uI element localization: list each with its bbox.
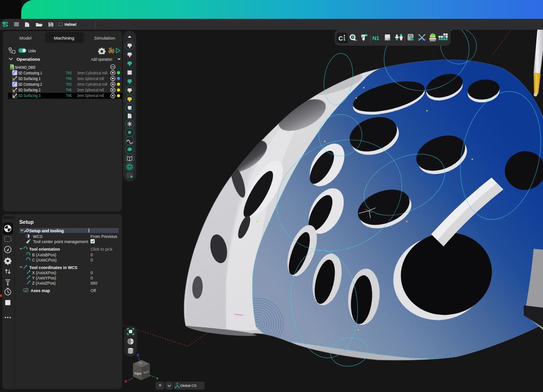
svg-text:3mm Cylindrical mill: 3mm Cylindrical mill bbox=[77, 71, 107, 75]
svg-text:T#6: T#6 bbox=[66, 93, 72, 98]
svg-text:T#3: T#3 bbox=[66, 82, 72, 87]
svg-text:C (AxisCPos): C (AxisCPos) bbox=[32, 258, 57, 262]
svg-text:5D Surfacing 2: 5D Surfacing 2 bbox=[18, 88, 41, 92]
svg-text:3mm Spherical mill: 3mm Spherical mill bbox=[77, 93, 104, 98]
svg-text:0: 0 bbox=[90, 253, 93, 257]
svg-text:0: 0 bbox=[90, 258, 93, 262]
svg-text:Y (AxisYPos): Y (AxisYPos) bbox=[32, 276, 56, 280]
svg-text:Helmet: Helmet bbox=[65, 22, 76, 27]
svg-text:0: 0 bbox=[90, 276, 93, 280]
svg-text:MAKINO_D800: MAKINO_D800 bbox=[15, 65, 35, 70]
svg-text:Z (AxisZPos): Z (AxisZPos) bbox=[32, 281, 56, 286]
svg-text:3mm Spherical mill: 3mm Spherical mill bbox=[77, 88, 104, 92]
svg-text:Tool center point management: Tool center point management bbox=[33, 239, 88, 244]
svg-text:T#3: T#3 bbox=[66, 71, 72, 75]
svg-text:T#6: T#6 bbox=[66, 76, 72, 81]
svg-text:680: 680 bbox=[90, 281, 98, 286]
svg-text:Tool coordinates in WCS: Tool coordinates in WCS bbox=[29, 265, 77, 270]
svg-text:Links: Links bbox=[28, 49, 36, 53]
svg-text:T#6: T#6 bbox=[66, 88, 72, 92]
svg-text:Operations: Operations bbox=[16, 57, 40, 62]
svg-text:Add operation: Add operation bbox=[91, 57, 112, 62]
svg-text:N1: N1 bbox=[372, 35, 379, 41]
svg-text:5D Surfacing 1: 5D Surfacing 1 bbox=[18, 76, 41, 81]
svg-text:3mm Spherical mill: 3mm Spherical mill bbox=[77, 76, 104, 81]
svg-text:3mm Cylindrical mill: 3mm Cylindrical mill bbox=[77, 82, 107, 87]
svg-text:Setup and tooling: Setup and tooling bbox=[29, 229, 64, 233]
svg-text:X: X bbox=[124, 379, 127, 384]
svg-text:5D Contouring 1: 5D Contouring 1 bbox=[18, 71, 42, 75]
svg-text:X (AxisXPos): X (AxisXPos) bbox=[32, 270, 56, 275]
svg-text:Click to pick: Click to pick bbox=[90, 247, 113, 252]
svg-text:Y: Y bbox=[156, 376, 159, 381]
svg-text:B (AxisBPos): B (AxisBPos) bbox=[32, 253, 56, 257]
svg-text:Setup: Setup bbox=[19, 219, 34, 225]
svg-text:5D Surfacing 3: 5D Surfacing 3 bbox=[18, 93, 41, 98]
svg-text:C: C bbox=[338, 35, 343, 42]
svg-text:WCS: WCS bbox=[33, 234, 42, 239]
svg-text:5D Contouring 2: 5D Contouring 2 bbox=[18, 82, 42, 87]
svg-text:Off: Off bbox=[90, 288, 96, 293]
svg-text:Tool orientation: Tool orientation bbox=[29, 247, 60, 252]
svg-text:0: 0 bbox=[90, 270, 93, 275]
svg-text:From Previous: From Previous bbox=[90, 234, 117, 239]
svg-text:Axes map: Axes map bbox=[31, 288, 50, 293]
